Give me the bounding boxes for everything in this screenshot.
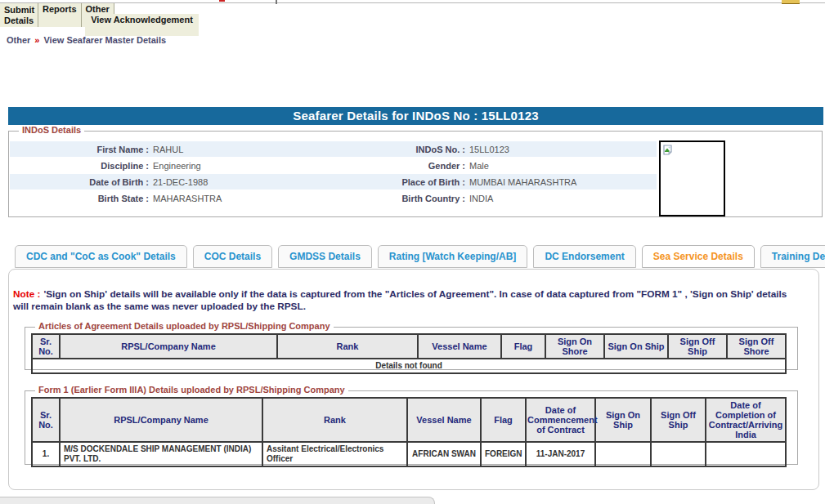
field-value-indos-no: 15LL0123 [469, 141, 657, 157]
col-flag: Flag [481, 398, 526, 442]
top-edge-divider [0, 2, 825, 3]
field-value-discipline: Engineering [153, 158, 341, 173]
tab-bar: CDC and "CoC as Cook" Details COC Detail… [15, 245, 825, 268]
field-label-gender: Gender : [341, 158, 469, 173]
col-sign-off-shore: Sign Off Shore [727, 334, 786, 359]
col-sign-off-ship: Sign Off Ship [651, 398, 706, 442]
col-sign-on-ship: Sign On Ship [604, 334, 668, 359]
field-value-place-of-birth: MUMBAI MAHARASHTRA [469, 174, 657, 190]
field-value-date-of-birth: 21-DEC-1988 [153, 174, 341, 190]
tab-coc-details[interactable]: COC Details [193, 245, 272, 268]
cell-sign-off-ship [651, 442, 706, 466]
col-sr-no: Sr. No. [32, 334, 60, 359]
cell-commencement-date: 11-JAN-2017 [526, 442, 595, 466]
breadcrumb: Other»View Seafarer Master Details [7, 35, 166, 45]
col-vessel-name: Vessel Name [418, 334, 501, 359]
top-edge-artifact [782, 0, 800, 4]
col-sign-on-ship: Sign On Ship [595, 398, 651, 442]
broken-image-icon [663, 145, 675, 156]
form1-fieldset: Form 1 (Earlier Form IIIA) Details uploa… [25, 390, 798, 465]
col-rank: Rank [277, 334, 418, 359]
col-date-of-commencement: Date of Commencement of Contract [526, 398, 595, 442]
indos-row: Birth State : MAHARASHTRA Birth Country … [10, 190, 657, 207]
bottom-collapsed-panel [0, 497, 435, 504]
note-prefix: Note : [13, 288, 40, 300]
tab-training-details[interactable]: Training Details [760, 245, 825, 268]
col-rpsl-company-name: RPSL/Company Name [60, 334, 277, 359]
field-label-birth-state: Birth State : [10, 190, 153, 206]
cell-rank: Assitant Electrical/Electronics Officer [262, 442, 407, 466]
tab-gmdss-details[interactable]: GMDSS Details [278, 245, 372, 268]
field-value-gender: Male [469, 158, 657, 173]
menu-item-view-acknowledgement[interactable]: View Acknowledgement [85, 14, 199, 36]
field-label-birth-country: Birth Country : [341, 190, 469, 206]
form1-table: Sr. No. RPSL/Company Name Rank Vessel Na… [31, 397, 787, 467]
tab-cdc-coc-as-cook-details[interactable]: CDC and "CoC as Cook" Details [15, 245, 187, 268]
field-label-place-of-birth: Place of Birth : [341, 174, 469, 190]
menu-item-reports[interactable]: Reports [38, 3, 82, 27]
field-value-birth-state: MAHARASHTRA [153, 190, 341, 206]
table-header-row: Sr. No. RPSL/Company Name Rank Vessel Na… [32, 334, 786, 359]
details-not-found-message: Details not found [32, 359, 786, 373]
col-flag: Flag [501, 334, 545, 359]
cell-company: M/S DOCKENDALE SHIP MANAGEMENT (INDIA) P… [60, 442, 262, 466]
breadcrumb-section[interactable]: Other [7, 35, 30, 45]
tab-rating-watch-keeping-ab[interactable]: Rating [Watch Keeping/AB] [378, 245, 528, 268]
page-title: Seafarer Details for INDoS No : 15LL0123 [8, 107, 823, 125]
cell-vessel: AFRICAN SWAN [407, 442, 481, 466]
field-label-discipline: Discipline : [10, 158, 153, 173]
tab-sea-service-details[interactable]: Sea Service Details [642, 245, 755, 268]
photo-placeholder [659, 140, 725, 216]
indos-details-legend: INDoS Details [19, 125, 84, 135]
indos-row: Discipline : Engineering Gender : Male [10, 158, 657, 174]
note-body: 'Sign on Ship' details will be available… [13, 288, 787, 312]
top-edge-artifact [276, 0, 277, 4]
col-rpsl-company-name: RPSL/Company Name [60, 398, 262, 442]
cell-sign-on-ship [595, 442, 651, 466]
field-label-first-name: First Name : [10, 141, 153, 157]
menu-item-submit-details[interactable]: Submit Details [0, 3, 38, 27]
cell-sr-no: 1. [32, 442, 60, 466]
articles-table: Sr. No. RPSL/Company Name Rank Vessel Na… [31, 333, 787, 374]
note-text: Note :'Sign on Ship' details will be ava… [13, 288, 802, 312]
field-value-birth-country: INDIA [469, 190, 657, 206]
indos-row: Date of Birth : 21-DEC-1988 Place of Bir… [10, 174, 657, 190]
col-rank: Rank [262, 398, 407, 442]
breadcrumb-separator: » [34, 35, 39, 45]
col-sign-off-ship: Sign Off Ship [668, 334, 727, 359]
top-edge-artifact [219, 0, 225, 2]
table-empty-row: Details not found [32, 359, 786, 373]
col-vessel-name: Vessel Name [407, 398, 481, 442]
field-value-first-name: RAHUL [153, 141, 341, 157]
breadcrumb-page: View Seafarer Master Details [43, 35, 166, 45]
table-row: 1. M/S DOCKENDALE SHIP MANAGEMENT (INDIA… [32, 442, 786, 466]
indos-details-rows: First Name : RAHUL INDoS No. : 15LL0123 … [10, 141, 657, 207]
articles-legend: Articles of Agreement Details uploaded b… [35, 321, 334, 331]
col-sr-no: Sr. No. [32, 398, 60, 442]
articles-of-agreement-fieldset: Articles of Agreement Details uploaded b… [25, 327, 798, 370]
table-header-row: Sr. No. RPSL/Company Name Rank Vessel Na… [32, 398, 786, 442]
cell-flag: FOREIGN [481, 442, 526, 466]
form1-legend: Form 1 (Earlier Form IIIA) Details uploa… [35, 385, 348, 395]
col-date-of-completion: Date of Completion of Contract/Arriving … [706, 398, 786, 442]
col-sign-on-shore: Sign On Shore [545, 334, 604, 359]
field-label-indos-no: INDoS No. : [341, 141, 469, 157]
tab-dc-endorsement[interactable]: DC Endorsement [533, 245, 635, 268]
indos-row: First Name : RAHUL INDoS No. : 15LL0123 [10, 141, 657, 158]
field-label-date-of-birth: Date of Birth : [10, 174, 153, 190]
cell-completion-date [706, 442, 786, 466]
